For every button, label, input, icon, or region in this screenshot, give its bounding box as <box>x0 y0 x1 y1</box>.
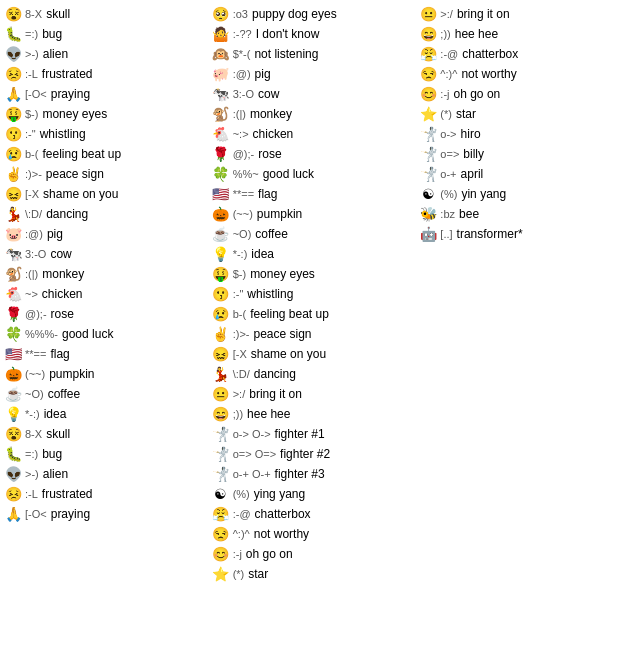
list-item: 😊:-joh go on <box>417 84 625 104</box>
emoji-icon: 😒 <box>419 65 437 83</box>
list-item: 🎃(~~)pumpkin <box>2 364 210 384</box>
emoji-code: :-" <box>25 126 36 143</box>
list-item: 😄;))hee hee <box>417 24 625 44</box>
emoji-icon: 👽 <box>4 465 22 483</box>
list-item: 🐄3:-Ocow <box>2 244 210 264</box>
list-item: 🐒:(|)monkey <box>210 104 418 124</box>
emoji-icon: 🐛 <box>4 445 22 463</box>
emoji-label: good luck <box>263 165 314 183</box>
emoji-code: >-) <box>25 466 39 483</box>
list-item: 😖[-Xshame on you <box>2 184 210 204</box>
emoji-label: feeling beat up <box>42 145 121 163</box>
emoji-label: shame on you <box>43 185 118 203</box>
emoji-code: o=> <box>440 146 459 163</box>
list-item: 😊:-joh go on <box>210 544 418 564</box>
emoji-label: I don't know <box>256 25 320 43</box>
list-item: 🤺o=> O=>fighter #2 <box>210 444 418 464</box>
emoji-icon: 🐝 <box>419 205 437 223</box>
column-1: 😵8-Xskull🐛=:)bug👽>-)alien😣:-Lfrustrated🙏… <box>2 4 210 584</box>
emoji-label: hiro <box>461 125 481 143</box>
list-item: 😖[-Xshame on you <box>210 344 418 364</box>
emoji-icon: 😣 <box>4 485 22 503</box>
emoji-code: :)>- <box>233 326 250 343</box>
emoji-label: pig <box>47 225 63 243</box>
emoji-label: not listening <box>254 45 318 63</box>
emoji-label: alien <box>43 45 68 63</box>
emoji-label: cow <box>258 85 279 103</box>
emoji-icon: 😐 <box>419 5 437 23</box>
list-item: 🐄3:-Ocow <box>210 84 418 104</box>
list-item: 🎃(~~)pumpkin <box>210 204 418 224</box>
emoji-code: *-:) <box>233 246 248 263</box>
list-item: 🤷:-??I don't know <box>210 24 418 44</box>
emoji-icon: 🇺🇸 <box>4 345 22 363</box>
emoji-code: =:) <box>25 26 38 43</box>
emoji-label: dancing <box>254 365 296 383</box>
emoji-code: :bz <box>440 206 455 223</box>
list-item: 🇺🇸**==flag <box>2 344 210 364</box>
emoji-icon: 😤 <box>212 505 230 523</box>
emoji-icon: 🐄 <box>212 85 230 103</box>
emoji-code: :-L <box>25 486 38 503</box>
emoji-code: [-O< <box>25 86 47 103</box>
list-item: 😗:-"whistling <box>210 284 418 304</box>
emoji-icon: 😒 <box>212 525 230 543</box>
emoji-label: cow <box>50 245 71 263</box>
emoji-code: :o3 <box>233 6 248 23</box>
emoji-icon: 😢 <box>4 145 22 163</box>
emoji-icon: 😊 <box>419 85 437 103</box>
list-item: 🐔~>chicken <box>2 284 210 304</box>
list-item: 👽>-)alien <box>2 464 210 484</box>
list-item: 😐>:/bring it on <box>417 4 625 24</box>
emoji-label: star <box>248 565 268 583</box>
list-item: 😵8-Xskull <box>2 424 210 444</box>
emoji-icon: 🎃 <box>4 365 22 383</box>
emoji-label: not worthy <box>254 525 309 543</box>
emoji-icon: 🌹 <box>212 145 230 163</box>
emoji-label: hee hee <box>247 405 290 423</box>
emoji-label: shame on you <box>251 345 326 363</box>
list-item: 👽>-)alien <box>2 44 210 64</box>
emoji-code: >:/ <box>440 6 453 23</box>
emoji-icon: 🇺🇸 <box>212 185 230 203</box>
emoji-code: :)>- <box>25 166 42 183</box>
list-item: 🐷:@)pig <box>2 224 210 244</box>
emoji-code: $*-( <box>233 46 251 63</box>
emoji-icon: ☯ <box>419 185 437 203</box>
list-item: 😣:-Lfrustrated <box>2 64 210 84</box>
list-item: ⭐(*)star <box>210 564 418 584</box>
emoji-icon: 🎃 <box>212 205 230 223</box>
list-item: 🤑$-)money eyes <box>2 104 210 124</box>
emoji-code: \:D/ <box>233 366 250 383</box>
emoji-icon: 😖 <box>212 345 230 363</box>
emoji-icon: 😢 <box>212 305 230 323</box>
emoji-code: \:D/ <box>25 206 42 223</box>
emoji-code: ~O) <box>233 226 252 243</box>
emoji-icon: ☕ <box>212 225 230 243</box>
emoji-icon: ☯ <box>212 485 230 503</box>
emoji-label: not worthy <box>461 65 516 83</box>
list-item: 🤺o->hiro <box>417 124 625 144</box>
emoji-label: flag <box>50 345 69 363</box>
emoji-code: [-O< <box>25 506 47 523</box>
emoji-label: whistling <box>40 125 86 143</box>
emoji-label: frustrated <box>42 65 93 83</box>
emoji-code: [..] <box>440 226 452 243</box>
emoji-code: **== <box>233 186 254 203</box>
list-item: 💡*-:)idea <box>210 244 418 264</box>
emoji-icon: 🤺 <box>212 465 230 483</box>
column-2: 🥺:o3puppy dog eyes🤷:-??I don't know🙉$*-(… <box>210 4 418 584</box>
emoji-icon: 😗 <box>4 125 22 143</box>
emoji-label: oh go on <box>454 85 501 103</box>
list-item: ⭐(*)star <box>417 104 625 124</box>
list-item: 😤:-@chatterbox <box>417 44 625 64</box>
emoji-label: hee hee <box>455 25 498 43</box>
list-item: 🤖[..]transformer* <box>417 224 625 244</box>
emoji-icon: 🙏 <box>4 505 22 523</box>
emoji-label: frustrated <box>42 485 93 503</box>
emoji-code: :-j <box>233 546 242 563</box>
list-item: 😢b-(feeling beat up <box>210 304 418 324</box>
emoji-label: oh go on <box>246 545 293 563</box>
list-item: 🇺🇸**==flag <box>210 184 418 204</box>
emoji-label: bring it on <box>457 5 510 23</box>
